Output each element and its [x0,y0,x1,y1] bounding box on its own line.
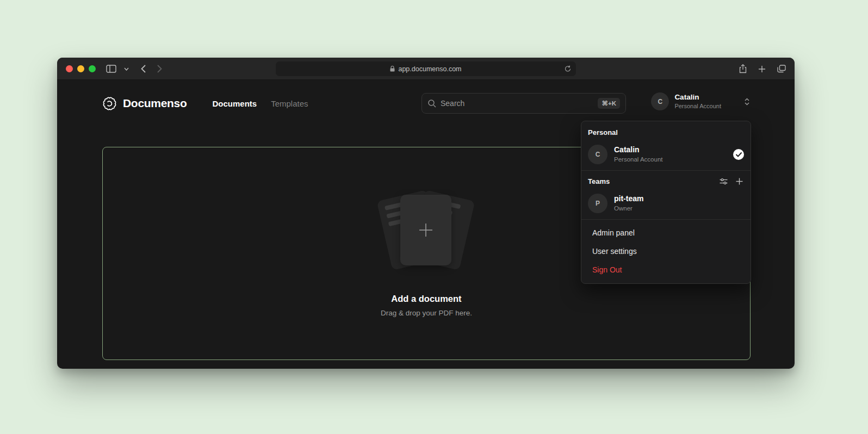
traffic-lights [66,65,96,72]
brand-name: Documenso [123,97,187,110]
search-shortcut-badge: ⌘+K [598,98,620,109]
menu-personal-header: Personal [581,121,751,141]
avatar: C [651,92,669,110]
selected-check-icon [733,149,744,160]
account-menu-trigger[interactable]: C Catalin Personal Account [651,92,750,110]
team-role: Owner [614,205,744,212]
browser-window: app.documenso.com [57,58,795,369]
documenso-logo-icon [102,96,117,111]
brand[interactable]: Documenso [102,96,187,111]
minimize-window-button[interactable] [77,65,84,72]
create-team-icon[interactable] [736,178,743,185]
nav-documents[interactable]: Documents [213,99,257,108]
url-text: app.documenso.com [398,65,461,73]
avatar: C [588,145,607,164]
nav-templates[interactable]: Templates [271,99,308,108]
browser-chrome: app.documenso.com [57,58,795,80]
account-name: Catalin [674,94,721,102]
personal-account-name: Catalin [614,146,727,154]
share-icon[interactable] [739,64,747,73]
back-button[interactable] [141,65,146,73]
illustration-card-center [400,195,451,265]
tab-overview-icon[interactable] [777,65,786,73]
search-icon [427,99,436,108]
menu-teams-header: Teams [581,171,751,190]
lock-icon [390,66,395,72]
menu-item-sign-out[interactable]: Sign Out [581,261,751,279]
forward-button[interactable] [157,65,162,73]
personal-account-type: Personal Account [614,156,727,163]
menu-item-admin-panel[interactable]: Admin panel [581,224,751,242]
team-name: pit-team [614,195,744,203]
chevron-up-down-icon [744,97,750,106]
sidebar-toggle-icon[interactable] [106,65,116,73]
documents-illustration [367,190,486,280]
search-input[interactable] [441,99,593,108]
menu-team-row[interactable]: P pit-team Owner [581,190,751,219]
search-bar[interactable]: ⌘+K [421,93,626,114]
account-type: Personal Account [674,103,721,109]
reload-icon[interactable] [565,65,571,72]
app-header: Documenso Documents Templates ⌘+K C Cata… [57,80,795,127]
main-nav: Documents Templates [213,99,308,108]
new-tab-icon[interactable] [758,65,766,73]
close-window-button[interactable] [66,65,73,72]
sidebar-chevron-down-icon[interactable] [124,67,129,71]
zoom-window-button[interactable] [89,65,96,72]
dropzone-subtitle: Drag & drop your PDF here. [381,309,472,317]
menu-personal-account-row[interactable]: C Catalin Personal Account [581,141,751,170]
address-bar[interactable]: app.documenso.com [276,61,576,76]
teams-header-label: Teams [588,177,720,185]
avatar: P [588,194,607,213]
manage-teams-icon[interactable] [720,178,728,185]
account-dropdown-menu: Personal C Catalin Personal Account Team… [581,121,751,284]
plus-icon [418,222,434,238]
dropzone-title: Add a document [391,294,461,304]
menu-item-user-settings[interactable]: User settings [581,242,751,261]
